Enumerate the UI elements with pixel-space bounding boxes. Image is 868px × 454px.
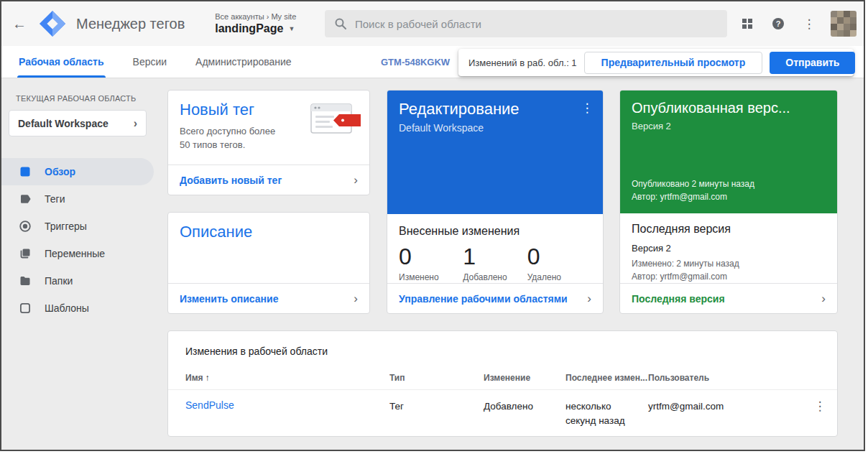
chevron-right-icon: › bbox=[134, 117, 137, 130]
changes-stats: 0 Изменено 1 Добавлено 0 Удалено bbox=[399, 244, 591, 282]
stat-value: 1 bbox=[463, 244, 527, 270]
change-item-link[interactable]: SendPulse bbox=[185, 399, 389, 411]
published-title: Опубликованная верс... bbox=[632, 100, 826, 116]
sidebar-item-label: Переменные bbox=[45, 248, 105, 259]
breadcrumb-site[interactable]: My site bbox=[271, 12, 296, 21]
new-tag-description: Всего доступно более 50 типов тегов. bbox=[180, 125, 277, 152]
sidebar-item-variables[interactable]: Переменные bbox=[1, 240, 154, 267]
sidebar-item-tags[interactable]: Теги bbox=[1, 185, 154, 213]
sidebar-item-templates[interactable]: Шаблоны bbox=[1, 295, 154, 322]
header-actions: ? ⋮ bbox=[734, 1, 857, 46]
sidebar: ТЕКУЩАЯ РАБОЧАЯ ОБЛАСТЬ Default Workspac… bbox=[1, 78, 154, 450]
column-header-change[interactable]: Изменение bbox=[484, 373, 565, 383]
change-kind: Добавлено bbox=[484, 399, 565, 414]
workspace-changes-count: Изменений в раб. обл.: 1 bbox=[468, 57, 577, 68]
chevron-right-icon: › bbox=[354, 173, 358, 187]
workspace-switcher[interactable]: Default Workspace › bbox=[9, 110, 147, 136]
container-name: landingPage bbox=[215, 22, 283, 35]
sort-ascending-icon: ↑ bbox=[206, 373, 210, 383]
change-type: Тег bbox=[389, 399, 484, 414]
tab-versions[interactable]: Версии bbox=[133, 46, 167, 78]
container-selector[interactable]: landingPage ▼ bbox=[215, 22, 296, 35]
container-id[interactable]: GTM-548KGKW bbox=[381, 57, 450, 68]
published-author: Автор: yrtfm@gmail.com bbox=[632, 190, 826, 204]
publish-action-bar: Изменений в раб. обл.: 1 Предварительный… bbox=[458, 49, 854, 76]
sidebar-item-label: Папки bbox=[45, 275, 73, 287]
stat-value: 0 bbox=[527, 244, 591, 270]
description-title: Описание bbox=[180, 223, 358, 241]
gtm-logo-icon bbox=[39, 10, 66, 37]
column-header-name[interactable]: Имя↑ bbox=[185, 373, 389, 383]
stat-label: Изменено bbox=[399, 272, 463, 282]
latest-version-number: Версия 2 bbox=[632, 243, 826, 254]
gtm-window: ← Менеджер тегов Все аккаунты›My site la… bbox=[0, 0, 865, 451]
description-card: Описание Изменить описание › bbox=[167, 212, 370, 314]
sidebar-item-folders[interactable]: Папки bbox=[1, 267, 154, 295]
new-tag-illustration-icon bbox=[310, 102, 362, 141]
stat-value: 0 bbox=[399, 244, 463, 270]
breadcrumb[interactable]: Все аккаунты›My site bbox=[215, 12, 296, 21]
preview-button[interactable]: Предварительный просмотр bbox=[584, 52, 763, 74]
stat-deleted: 0 Удалено bbox=[527, 244, 591, 282]
latest-version-title: Последняя версия bbox=[632, 223, 826, 236]
change-user: yrtfm@gmail.com bbox=[648, 399, 803, 414]
user-avatar[interactable] bbox=[831, 11, 857, 37]
latest-version-author: Автор: yrtfm@gmail.com bbox=[632, 270, 826, 283]
workspace-editing-card: Редактирование Default Workspace ⋮ Внесе… bbox=[387, 90, 604, 314]
row-menu-button[interactable]: ⋮ bbox=[814, 399, 826, 414]
tab-admin[interactable]: Администрирование bbox=[195, 46, 292, 78]
account-context: Все аккаунты›My site landingPage ▼ bbox=[215, 12, 296, 35]
workspace-tabbar: Рабочая область Версии Администрирование… bbox=[1, 46, 864, 78]
sidebar-item-label: Обзор bbox=[45, 166, 75, 177]
sidebar-item-triggers[interactable]: Триггеры bbox=[1, 213, 154, 240]
caret-down-icon: ▼ bbox=[288, 25, 295, 32]
change-last-modified: несколько секунд назад bbox=[565, 399, 648, 427]
stat-modified: 0 Изменено bbox=[399, 244, 463, 282]
search-icon bbox=[334, 17, 347, 30]
chevron-right-icon: › bbox=[354, 292, 358, 306]
sidebar-item-overview[interactable]: Обзор bbox=[1, 158, 154, 185]
chevron-right-icon: › bbox=[821, 292, 826, 306]
published-version-card: Опубликованная верс... Версия 2 Опублико… bbox=[619, 90, 838, 314]
published-version-number: Версия 2 bbox=[632, 121, 826, 131]
app-title: Менеджер тегов bbox=[76, 16, 185, 32]
breadcrumb-separator-icon: › bbox=[267, 12, 269, 21]
header-overflow-menu-button[interactable]: ⋮ bbox=[796, 11, 822, 37]
stat-label: Удалено bbox=[527, 272, 591, 282]
latest-version-link[interactable]: Последняя версия bbox=[632, 293, 725, 305]
editing-workspace-name: Default Workspace bbox=[399, 122, 591, 134]
editing-title: Редактирование bbox=[399, 100, 591, 119]
workspace-changes-card: Изменения в рабочей области Имя↑ Тип Изм… bbox=[167, 330, 838, 437]
app-header: ← Менеджер тегов Все аккаунты›My site la… bbox=[1, 1, 864, 46]
workspace-name: Default Workspace bbox=[18, 118, 108, 129]
chevron-right-icon: › bbox=[587, 292, 591, 306]
manage-workspaces-link[interactable]: Управление рабочими областями bbox=[399, 293, 568, 305]
sidebar-item-label: Триггеры bbox=[45, 221, 87, 232]
help-button[interactable]: ? bbox=[765, 11, 791, 37]
table-header-row: Имя↑ Тип Изменение Последнее измен... По… bbox=[168, 357, 837, 390]
published-time: Опубликовано 2 минуты назад bbox=[632, 177, 826, 191]
workspace-menu-button[interactable]: ⋮ bbox=[577, 98, 597, 118]
svg-text:?: ? bbox=[776, 19, 781, 28]
changes-section-title: Внесенные изменения bbox=[399, 225, 591, 238]
search-input[interactable] bbox=[355, 18, 718, 30]
sidebar-item-label: Шаблоны bbox=[45, 302, 89, 314]
column-header-type[interactable]: Тип bbox=[389, 373, 484, 383]
edit-description-link[interactable]: Изменить описание bbox=[180, 293, 278, 305]
column-header-last-modified[interactable]: Последнее измен... bbox=[565, 373, 648, 383]
table-title: Изменения в рабочей области bbox=[168, 331, 837, 357]
column-header-user[interactable]: Пользователь bbox=[648, 373, 803, 383]
new-tag-card: Новый тег Всего доступно более 50 типов … bbox=[167, 90, 370, 195]
back-button[interactable]: ← bbox=[7, 11, 32, 36]
add-new-tag-link[interactable]: Добавить новый тег bbox=[180, 175, 282, 186]
tab-workspace[interactable]: Рабочая область bbox=[19, 46, 104, 78]
sidebar-menu: Обзор Теги Триггеры Переменные Папки Шаб… bbox=[1, 158, 154, 322]
sidebar-item-label: Теги bbox=[45, 193, 65, 205]
workspace-section-label: ТЕКУЩАЯ РАБОЧАЯ ОБЛАСТЬ bbox=[16, 94, 154, 103]
breadcrumb-accounts[interactable]: Все аккаунты bbox=[215, 12, 264, 21]
apps-grid-button[interactable] bbox=[734, 11, 760, 37]
search-bar[interactable] bbox=[325, 10, 727, 37]
latest-version-modified: Изменено: 2 минуты назад bbox=[632, 257, 826, 270]
stat-added: 1 Добавлено bbox=[463, 244, 527, 282]
submit-button[interactable]: Отправить bbox=[770, 52, 855, 74]
